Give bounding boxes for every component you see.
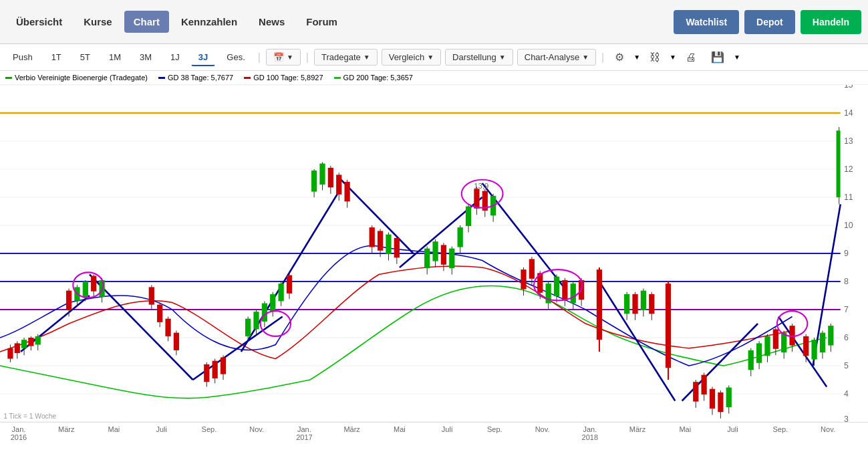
svg-rect-155	[702, 375, 707, 394]
print-icon[interactable]: 🖨	[680, 49, 702, 66]
svg-text:9: 9	[844, 249, 849, 258]
svg-rect-93	[328, 168, 333, 187]
svg-rect-65	[157, 305, 162, 322]
nav-news[interactable]: News	[249, 11, 294, 33]
x-label-mar2017: März	[339, 425, 366, 433]
x-label-jul2017: Juli	[434, 425, 460, 433]
svg-rect-169	[773, 329, 778, 348]
handeln-button[interactable]: Handeln	[801, 10, 861, 34]
x-label-may2018: Mai	[672, 425, 698, 433]
svg-rect-77	[245, 319, 251, 336]
chartanalyse-label: Chart-Analyse	[525, 52, 579, 62]
separator3: |	[601, 51, 604, 64]
legend-gd100: GD 100 Tage: 5,8927	[244, 74, 323, 82]
legend-verbio: Verbio Vereinigte Bioenergie (Tradegate)	[5, 74, 148, 82]
svg-rect-51	[35, 336, 41, 345]
svg-rect-125	[521, 269, 526, 289]
x-label-may2016: Mai	[100, 425, 127, 433]
x-label-jul2016: Juli	[148, 425, 175, 433]
tf-3j[interactable]: 3J	[191, 49, 215, 66]
svg-rect-133	[554, 277, 559, 296]
svg-rect-81	[262, 304, 267, 322]
x-label-nov2017: Nov.	[529, 425, 556, 433]
svg-rect-83	[270, 294, 275, 312]
vergleich-dropdown[interactable]: Vergleich ▼	[382, 49, 441, 66]
x-label-sep2017: Sep.	[481, 425, 508, 433]
tf-ges[interactable]: Ges.	[219, 49, 252, 66]
darstellung-dropdown[interactable]: Darstellung ▼	[445, 49, 513, 66]
tf-1t[interactable]: 1T	[44, 49, 69, 66]
svg-rect-101	[378, 231, 383, 250]
legend-color-verbio	[5, 77, 12, 79]
nav-chart[interactable]: Chart	[124, 11, 169, 33]
chartanalyse-dropdown[interactable]: Chart-Analyse ▼	[517, 49, 596, 66]
svg-rect-103	[386, 235, 391, 254]
x-label-sep2018: Sep.	[767, 425, 794, 433]
svg-rect-57	[83, 281, 88, 297]
svg-text:4: 4	[844, 389, 849, 399]
svg-rect-113	[449, 249, 454, 268]
svg-rect-175	[803, 336, 809, 356]
svg-rect-115	[458, 227, 463, 247]
svg-rect-73	[212, 361, 218, 378]
nav-ubersicht[interactable]: Übersicht	[7, 11, 71, 33]
chart-area[interactable]: 15 14 13 12 11 10 9 8 7 6 5 4 3	[0, 85, 868, 422]
x-label-mar2018: März	[624, 425, 651, 433]
svg-rect-159	[718, 392, 723, 412]
svg-rect-71	[204, 364, 209, 382]
nav-kennzahlen[interactable]: Kennzahlen	[172, 11, 247, 33]
svg-rect-85	[279, 284, 284, 301]
svg-rect-119	[474, 189, 479, 208]
depot-button[interactable]: Depot	[744, 10, 795, 34]
nav-forum[interactable]: Forum	[297, 11, 347, 33]
svg-rect-145	[632, 294, 637, 314]
save-arrow[interactable]: ▼	[734, 53, 740, 61]
svg-text:8: 8	[844, 277, 849, 286]
svg-rect-147	[641, 291, 646, 310]
separator: |	[258, 51, 261, 64]
svg-text:11: 11	[844, 193, 853, 202]
svg-text:14: 14	[844, 108, 853, 118]
svg-rect-49	[28, 338, 33, 346]
calendar-icon: 📅	[273, 52, 284, 62]
tf-1j[interactable]: 1J	[163, 49, 187, 66]
svg-rect-181	[828, 326, 833, 345]
svg-rect-63	[149, 287, 154, 304]
darstellung-label: Darstellung	[452, 52, 496, 62]
svg-rect-127	[529, 259, 535, 278]
tf-push[interactable]: Push	[5, 49, 40, 66]
settings-icon[interactable]: ⚙	[609, 48, 629, 66]
top-navigation: Übersicht Kurse Chart Kennzahlen News Fo…	[0, 0, 868, 44]
tf-1m[interactable]: 1M	[102, 49, 128, 66]
svg-text:6: 6	[844, 333, 849, 342]
svg-rect-111	[441, 245, 446, 264]
watchlist-button[interactable]: Watchlist	[674, 10, 739, 34]
tradegate-dropdown[interactable]: Tradegate ▼	[314, 49, 378, 66]
svg-rect-167	[764, 336, 770, 356]
svg-rect-107	[424, 249, 430, 268]
share-arrow[interactable]: ▼	[670, 53, 676, 61]
tradegate-label: Tradegate	[321, 52, 361, 62]
svg-line-32	[90, 275, 193, 380]
x-label-may2017: Mai	[386, 425, 413, 433]
svg-rect-151	[666, 284, 671, 368]
svg-text:13: 13	[844, 136, 853, 146]
tf-3m[interactable]: 3M	[132, 49, 159, 66]
svg-rect-177	[811, 340, 817, 359]
legend-label-gd100: GD 100 Tage: 5,8927	[253, 74, 323, 82]
svg-rect-141	[597, 269, 602, 340]
nav-kurse[interactable]: Kurse	[74, 11, 122, 33]
calendar-dropdown[interactable]: 📅 ▼	[266, 49, 301, 66]
legend-color-gd100	[244, 77, 251, 79]
chart-legend: Verbio Vereinigte Bioenergie (Tradegate)…	[0, 71, 868, 85]
tf-5t[interactable]: 5T	[73, 49, 98, 66]
svg-rect-75	[221, 357, 226, 374]
legend-label-gd38: GD 38 Tage: 5,7677	[168, 74, 233, 82]
svg-text:3: 3	[844, 415, 849, 422]
x-label-jan2017: Jan. 2017	[291, 425, 317, 441]
chart-svg: 15 14 13 12 11 10 9 8 7 6 5 4 3	[0, 85, 868, 422]
save-icon[interactable]: 💾	[706, 48, 730, 66]
settings-arrow[interactable]: ▼	[633, 53, 640, 61]
x-label-jan2018: Jan. 2018	[577, 425, 603, 441]
share-icon[interactable]: ⛓	[644, 49, 666, 66]
